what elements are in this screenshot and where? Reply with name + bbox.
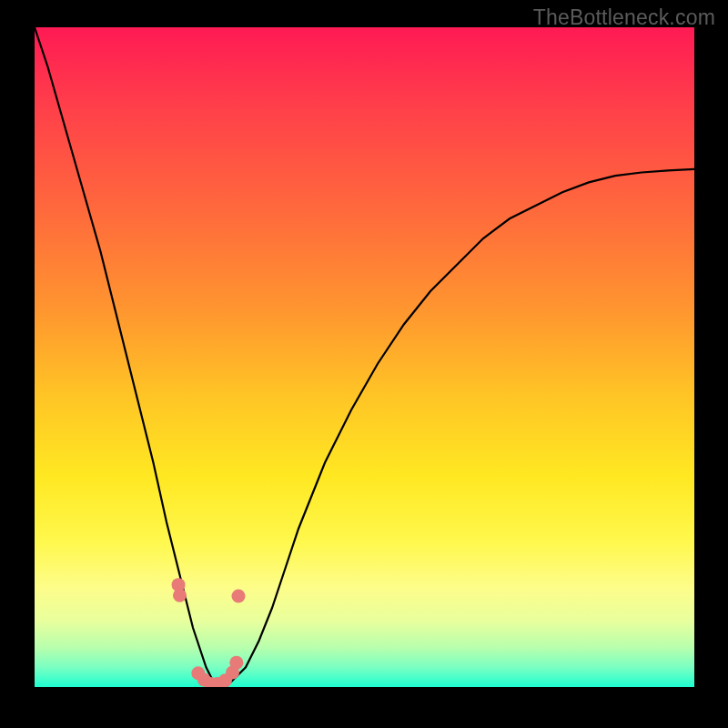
data-marker (173, 589, 187, 602)
data-marker (210, 677, 224, 687)
data-marker (232, 589, 246, 602)
watermark-text: TheBottleneck.com (533, 5, 715, 30)
data-marker (229, 656, 243, 670)
data-marker (226, 666, 239, 680)
plot-area (35, 27, 694, 687)
bottleneck-curve (35, 27, 694, 687)
data-marker (204, 677, 217, 687)
chart-frame: TheBottleneck.com (0, 0, 728, 728)
data-marker (191, 666, 205, 680)
curve-layer (35, 27, 694, 687)
marker-group (172, 578, 246, 687)
data-marker (172, 578, 186, 592)
data-marker (197, 673, 211, 687)
data-marker (218, 673, 232, 687)
